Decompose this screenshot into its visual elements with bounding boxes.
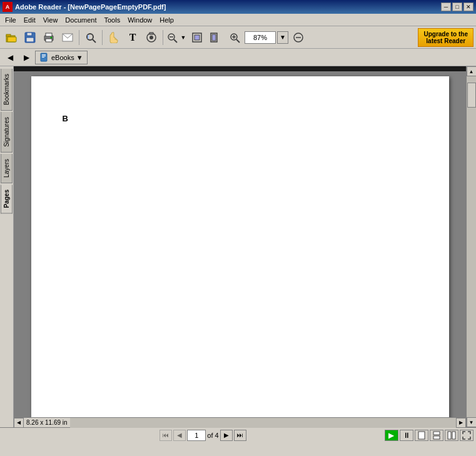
separator-2 (102, 30, 103, 45)
svg-rect-36 (433, 436, 440, 439)
search-button[interactable] (82, 29, 99, 46)
page-of-text: of 4 (207, 432, 218, 439)
status-bar: ⏮ ◀ of 4 ▶ ⏭ ▶ ⏸ (0, 427, 476, 442)
menu-document[interactable]: Document (61, 15, 100, 25)
svg-rect-38 (452, 432, 455, 439)
ebooks-button[interactable]: eBooks ▼ (35, 51, 88, 64)
pdf-scroll-area[interactable]: B (14, 71, 466, 417)
upgrade-button[interactable]: Upgrade to the latest Reader (418, 28, 473, 47)
title-bar-buttons: ─ □ ✕ (441, 3, 473, 11)
menu-tools[interactable]: Tools (101, 15, 124, 25)
page-number-input[interactable] (187, 430, 206, 441)
scroll-right-button[interactable]: ▶ (456, 418, 466, 428)
view-mode-fullscreen[interactable] (460, 430, 473, 441)
svg-rect-5 (26, 38, 34, 42)
svg-rect-32 (42, 56, 46, 56)
zoom-out-button[interactable] (166, 29, 178, 46)
nav-back-button[interactable]: ◀ (3, 51, 18, 64)
menu-window[interactable]: Window (124, 15, 156, 25)
open-button[interactable] (3, 29, 20, 46)
save-button[interactable] (21, 29, 39, 46)
zoom-in-button[interactable] (226, 29, 243, 46)
zoom-percent-dropdown[interactable]: ▼ (277, 31, 288, 44)
title-bar-left: A Adobe Reader - [NewPagePageEmptyPDF.pd… (3, 2, 166, 12)
main-toolbar: T ▼ 87% ▼ Upgrade to the latest Reader (0, 26, 476, 49)
zoom-fit-page[interactable] (207, 29, 225, 46)
status-right-buttons: ▶ ⏸ (385, 430, 473, 441)
bookmarks-tab[interactable]: Bookmarks (1, 69, 13, 111)
vertical-scrollbar: ▲ ▼ (466, 66, 476, 427)
adobe-icon: A (3, 2, 13, 12)
minimize-button[interactable]: ─ (441, 3, 451, 11)
last-page-button[interactable]: ⏭ (234, 430, 246, 441)
svg-line-18 (174, 39, 177, 43)
zoom-dropdown-arrow[interactable]: ▼ (180, 29, 187, 46)
play-button[interactable]: ▶ (385, 430, 398, 441)
close-button[interactable]: ✕ (463, 3, 473, 11)
zoom-actual-size[interactable] (188, 29, 206, 46)
view-mode-continuous[interactable] (430, 430, 443, 441)
first-page-button[interactable]: ⏮ (160, 430, 172, 441)
scroll-up-button[interactable]: ▲ (467, 66, 477, 76)
svg-rect-31 (42, 54, 46, 55)
zoom-out-percent[interactable] (290, 29, 307, 46)
upgrade-line1: Upgrade to the (423, 31, 468, 38)
page-navigation: ⏮ ◀ of 4 ▶ ⏭ (160, 430, 246, 441)
scroll-down-button[interactable]: ▼ (467, 417, 477, 427)
svg-rect-37 (448, 432, 451, 439)
secondary-toolbar: ◀ ▶ eBooks ▼ (0, 49, 476, 66)
hand-tool-button[interactable] (105, 29, 123, 46)
zoom-input[interactable]: 87% (245, 31, 276, 44)
title-text: Adobe Reader - [NewPagePageEmptyPDF.pdf] (15, 3, 166, 11)
restore-button[interactable]: □ (452, 3, 462, 11)
svg-rect-2 (8, 37, 16, 42)
svg-rect-16 (149, 33, 153, 34)
svg-rect-23 (212, 34, 216, 41)
pdf-wrapper: B ◀ 8.26 x 11.69 in ▶ (14, 66, 466, 427)
next-page-button[interactable]: ▶ (220, 430, 233, 441)
select-text-button[interactable]: T (124, 29, 141, 46)
scroll-track[interactable] (467, 76, 477, 417)
svg-point-15 (149, 36, 153, 39)
ebooks-label: eBooks (51, 54, 74, 61)
signatures-tab[interactable]: Signatures (1, 112, 13, 153)
size-indicator: 8.26 x 11.69 in (24, 419, 70, 426)
view-mode-single[interactable] (415, 430, 428, 441)
svg-rect-21 (195, 35, 200, 40)
menu-edit[interactable]: Edit (20, 15, 39, 25)
scroll-thumb[interactable] (467, 83, 476, 108)
menu-bar: File Edit View Document Tools Window Hel… (0, 14, 476, 26)
email-button[interactable] (59, 29, 76, 46)
svg-rect-1 (6, 34, 11, 36)
horizontal-scrollbar: ◀ 8.26 x 11.69 in ▶ (14, 417, 466, 427)
pdf-content: B (63, 114, 68, 123)
svg-line-12 (93, 39, 96, 43)
ebooks-arrow: ▼ (76, 54, 83, 61)
svg-rect-34 (418, 432, 425, 439)
svg-point-9 (51, 36, 53, 38)
pdf-viewer[interactable]: B (14, 66, 466, 417)
zoom-controls: ▼ 87% ▼ (166, 29, 307, 46)
menu-help[interactable]: Help (156, 15, 178, 25)
menu-file[interactable]: File (1, 15, 20, 25)
svg-rect-4 (27, 33, 32, 36)
separator-1 (79, 30, 79, 45)
stop-button[interactable]: ⏸ (400, 430, 413, 441)
menu-view[interactable]: View (39, 15, 62, 25)
svg-line-25 (236, 39, 240, 43)
nav-forward-button[interactable]: ▶ (19, 51, 34, 64)
title-bar: A Adobe Reader - [NewPagePageEmptyPDF.pd… (0, 0, 476, 14)
print-button[interactable] (40, 29, 58, 46)
svg-rect-35 (433, 432, 440, 435)
snapshot-button[interactable] (143, 29, 160, 46)
scroll-h-track[interactable] (70, 418, 456, 428)
prev-page-button[interactable]: ◀ (173, 430, 186, 441)
left-panel-tabs: Bookmarks Signatures Layers Pages (0, 66, 14, 427)
pages-tab[interactable]: Pages (1, 185, 13, 213)
scroll-left-button[interactable]: ◀ (14, 418, 24, 428)
pdf-page: B (31, 76, 449, 417)
layers-tab[interactable]: Layers (1, 154, 13, 183)
svg-rect-7 (46, 33, 52, 36)
upgrade-line2: latest Reader (426, 38, 465, 44)
view-mode-facing[interactable] (445, 430, 458, 441)
